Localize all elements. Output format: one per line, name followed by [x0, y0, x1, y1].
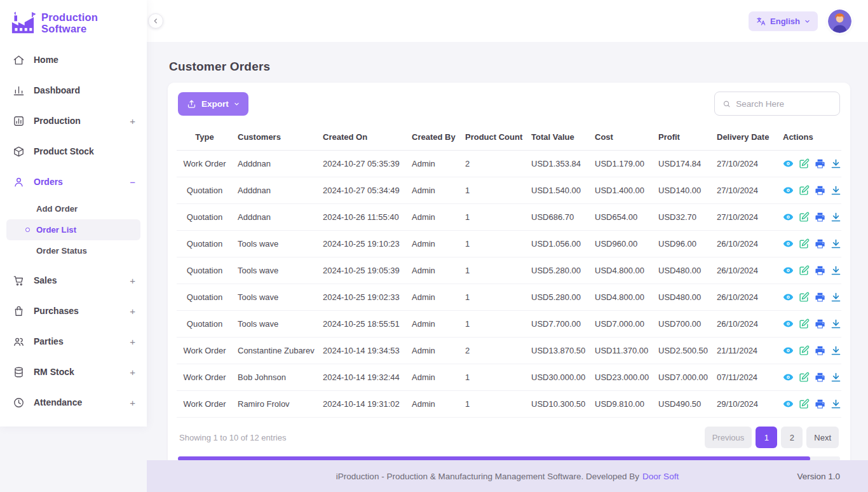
next-page-button[interactable]: Next	[806, 427, 839, 448]
orders-submenu: Add Order Order List Order Status	[0, 197, 147, 265]
page-button-1[interactable]: 1	[756, 427, 777, 448]
print-button[interactable]	[815, 372, 825, 383]
print-button[interactable]	[815, 318, 825, 329]
eye-icon	[783, 399, 794, 409]
avatar-image	[828, 10, 851, 33]
download-button[interactable]	[831, 292, 841, 303]
sidebar-item-label: Product Stock	[34, 146, 94, 156]
edit-button[interactable]	[799, 212, 810, 222]
cell-profit: USD2.500.50	[653, 338, 712, 364]
sidebar-item-orders[interactable]: Orders −	[0, 167, 147, 197]
edit-button[interactable]	[799, 399, 810, 409]
cell-delivery-date: 21/11/2024	[712, 338, 778, 364]
sidebar-collapse-button[interactable]	[148, 13, 163, 29]
cell-product-count: 1	[460, 284, 526, 311]
download-button[interactable]	[831, 265, 841, 276]
print-button[interactable]	[815, 399, 825, 409]
sidebar-item-purchases[interactable]: Purchases +	[0, 296, 147, 326]
door-soft-link[interactable]: Door Soft	[642, 472, 679, 481]
download-icon	[831, 345, 841, 356]
cell-created-on: 2024-10-27 05:34:49	[318, 177, 407, 204]
eye-icon	[783, 372, 794, 383]
sidebar-item-attendance[interactable]: Attendance +	[0, 387, 147, 418]
edit-button[interactable]	[799, 238, 810, 249]
view-button[interactable]	[783, 399, 794, 409]
cell-total-value: USD5.280.00	[526, 284, 590, 311]
cell-delivery-date: 26/10/2024	[712, 284, 778, 311]
home-icon	[13, 54, 25, 66]
view-button[interactable]	[783, 212, 794, 222]
column-header-delivery-date: Delivery Date	[712, 124, 778, 151]
download-button[interactable]	[831, 399, 841, 409]
sidebar-item-dashboard[interactable]: Dashboard	[0, 75, 147, 106]
sidebar-item-parties[interactable]: Parties +	[0, 326, 147, 357]
view-button[interactable]	[783, 265, 794, 276]
cell-customer: Bob Johnson	[233, 364, 318, 391]
sidebar-item-label: Purchases	[34, 306, 79, 316]
view-button[interactable]	[783, 372, 794, 383]
print-button[interactable]	[815, 238, 825, 249]
content-area: Customer Orders Export	[147, 42, 868, 460]
cell-cost: USD4.800.00	[590, 257, 653, 284]
view-button[interactable]	[783, 238, 794, 249]
sidebar-item-rm-stock[interactable]: RM Stock +	[0, 357, 147, 387]
edit-button[interactable]	[799, 345, 810, 356]
version-label: Version 1.0	[797, 472, 840, 481]
sidebar-item-product-stock[interactable]: Product Stock	[0, 136, 147, 167]
cell-product-count: 1	[460, 364, 526, 391]
print-button[interactable]	[815, 212, 825, 222]
print-button[interactable]	[815, 185, 825, 196]
page-button-2[interactable]: 2	[781, 427, 803, 448]
view-button[interactable]	[783, 158, 794, 169]
download-button[interactable]	[831, 158, 841, 169]
download-button[interactable]	[831, 372, 841, 383]
search-input[interactable]	[736, 99, 832, 109]
edit-button[interactable]	[799, 372, 810, 383]
download-button[interactable]	[831, 238, 841, 249]
print-button[interactable]	[815, 345, 825, 356]
expand-plus-icon: +	[130, 336, 135, 347]
print-button[interactable]	[815, 265, 825, 276]
sidebar-subitem-add-order[interactable]: Add Order	[0, 198, 147, 219]
sidebar-item-label: Home	[34, 55, 58, 65]
cell-product-count: 1	[460, 204, 526, 231]
edit-button[interactable]	[799, 185, 810, 196]
edit-icon	[799, 318, 810, 329]
brand-logo[interactable]: Production Software	[0, 0, 147, 44]
download-button[interactable]	[831, 185, 841, 196]
download-button[interactable]	[831, 212, 841, 222]
view-button[interactable]	[783, 318, 794, 329]
sidebar-item-production[interactable]: Production +	[0, 106, 147, 136]
edit-button[interactable]	[799, 292, 810, 303]
cell-cost: USD7.000.00	[590, 311, 653, 338]
edit-button[interactable]	[799, 158, 810, 169]
cell-type: Quotation	[177, 177, 233, 204]
sidebar-item-home[interactable]: Home	[0, 44, 147, 75]
view-button[interactable]	[783, 185, 794, 196]
edit-button[interactable]	[799, 318, 810, 329]
print-button[interactable]	[815, 158, 825, 169]
user-avatar[interactable]	[828, 10, 851, 33]
download-button[interactable]	[831, 318, 841, 329]
sidebar-item-sales[interactable]: Sales +	[0, 265, 147, 296]
cell-total-value: USD686.70	[526, 204, 590, 231]
cell-product-count: 1	[460, 257, 526, 284]
cell-product-count: 1	[460, 231, 526, 257]
cell-total-value: USD1.540.00	[526, 177, 590, 204]
view-button[interactable]	[783, 292, 794, 303]
view-button[interactable]	[783, 345, 794, 356]
language-selector-button[interactable]: English	[749, 11, 818, 31]
cell-total-value: USD7.700.00	[526, 311, 590, 338]
cell-customer: Adddnan	[233, 151, 318, 177]
sidebar-subitem-order-list[interactable]: Order List	[6, 219, 140, 240]
export-button[interactable]: Export	[178, 92, 248, 116]
cell-actions	[778, 284, 841, 311]
previous-page-button[interactable]: Previous	[705, 427, 752, 448]
print-button[interactable]	[815, 292, 825, 303]
edit-button[interactable]	[799, 265, 810, 276]
footer-text: iProduction - Production & Manufacturing…	[336, 472, 639, 481]
orders-table: Type Customers Created On Created By Pro…	[177, 124, 841, 418]
sidebar-panel: Production Software Home Dashboard	[0, 0, 147, 427]
sidebar-subitem-order-status[interactable]: Order Status	[0, 240, 147, 261]
download-button[interactable]	[831, 345, 841, 356]
